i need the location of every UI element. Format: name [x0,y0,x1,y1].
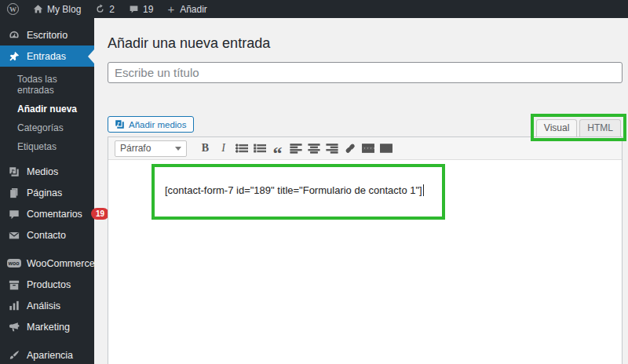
numbered-list-button[interactable] [250,140,268,157]
bold-button[interactable]: B [196,140,214,157]
toolbar-toggle-button[interactable] [377,140,395,157]
brush-icon [8,349,20,361]
submenu-anadir-nueva[interactable]: Añadir nueva [0,100,94,118]
shortcode-highlight-box: [contact-form-7 id="189" title="Formular… [152,164,445,220]
products-icon [8,278,20,290]
pushpin-icon [8,50,20,62]
tab-visual[interactable]: Visual [536,119,577,136]
sidebar-item-contacto[interactable]: Contacto [0,224,94,246]
megaphone-icon [8,321,20,333]
add-new-menu[interactable]: + Añadir [160,0,214,18]
dashboard-icon [8,29,20,41]
sidebar-item-label: Apariencia [27,350,73,361]
italic-button[interactable]: I [214,140,232,157]
sidebar-item-label: Escritorio [27,30,68,41]
menu-separator [0,337,94,344]
woo-icon: woo [8,257,20,269]
comment-bubble-icon [129,4,139,14]
add-media-button[interactable]: Añadir medios [108,116,194,133]
admin-sidebar: Escritorio Entradas Todas las entradas A… [0,18,94,364]
pages-icon [8,187,20,198]
submenu-categorias[interactable]: Categorías [0,118,94,137]
paragraph-format-label: Párrafo [120,143,151,154]
updates-menu[interactable]: 2 [88,0,122,18]
align-left-button[interactable] [287,140,305,157]
sidebar-item-productos[interactable]: Productos [0,274,94,295]
site-menu[interactable]: My Blog [26,0,88,18]
read-more-tag-button[interactable] [359,140,377,157]
sidebar-item-label: Análisis [27,300,60,311]
sidebar-item-label: Páginas [27,187,62,198]
editor-media-row: Añadir medios Visual HTML [108,115,623,136]
sidebar-item-entradas[interactable]: Entradas [0,46,94,67]
comments-menu[interactable]: 19 [122,0,160,18]
updates-count: 2 [109,4,115,15]
wordpress-logo-icon: W [7,3,19,15]
updates-icon [95,4,105,14]
add-media-label: Añadir medios [129,120,187,129]
tabs-highlight-box: Visual HTML [531,114,626,141]
sidebar-item-label: Comentarios [27,209,82,220]
sidebar-item-comentarios[interactable]: Comentarios 19 [0,203,94,224]
editor-content-area[interactable]: [contact-form-7 id="189" title="Formular… [108,160,622,364]
chevron-down-icon [175,147,181,151]
align-right-button[interactable] [323,140,341,157]
editor-mode-tabs: Visual HTML [536,119,621,136]
sidebar-item-label: Medios [27,166,58,177]
text-cursor [423,184,425,196]
wp-logo-menu[interactable]: W [0,0,26,18]
media-icon [8,166,20,177]
submenu-etiquetas[interactable]: Etiquetas [0,137,94,156]
sidebar-item-woocommerce[interactable]: woo WooCommerce [0,253,94,274]
sidebar-item-paginas[interactable]: Páginas [0,182,94,203]
main-content: Añadir una nueva entrada Añadir medios V… [94,18,628,364]
sidebar-item-apariencia[interactable]: Apariencia [0,344,94,364]
sidebar-item-marketing[interactable]: Marketing [0,316,94,337]
sidebar-item-medios[interactable]: Medios [0,161,94,182]
entradas-submenu: Todas las entradas Añadir nueva Categorí… [0,67,94,161]
menu-separator [0,246,94,253]
editor-wrapper: Añadir medios Visual HTML Párrafo B I [108,115,623,364]
sidebar-item-label: Contacto [27,230,66,241]
sidebar-item-label: Marketing [27,322,70,333]
paragraph-format-select[interactable]: Párrafo [115,140,187,157]
sidebar-item-label: WooCommerce [27,258,95,269]
sidebar-item-label: Productos [27,279,71,290]
admin-bar: W My Blog 2 19 + Añadir [0,0,628,18]
link-button[interactable] [341,140,359,157]
site-name: My Blog [47,4,81,15]
align-center-button[interactable] [305,140,323,157]
post-title-input[interactable] [108,62,623,83]
blockquote-button[interactable]: “ [268,140,287,157]
add-new-label: Añadir [180,4,207,15]
home-icon [33,4,43,14]
comments-icon [8,208,20,220]
envelope-icon [8,229,20,241]
bullet-list-button[interactable] [232,140,250,157]
page-title: Añadir una nueva entrada [108,35,623,52]
editor-box: Párrafo B I “ [108,136,623,364]
analytics-icon [8,300,20,311]
comments-count: 19 [143,4,153,15]
sidebar-item-analisis[interactable]: Análisis [0,295,94,316]
sidebar-item-escritorio[interactable]: Escritorio [0,24,94,46]
shortcode-text: [contact-form-7 id="189" title="Formular… [165,184,422,196]
tab-html[interactable]: HTML [579,119,621,136]
sidebar-item-label: Entradas [27,51,66,62]
submenu-todas-las-entradas[interactable]: Todas las entradas [0,70,94,100]
woo-icon-text: woo [7,259,21,268]
plus-icon: + [167,3,174,15]
media-icon [115,119,125,129]
